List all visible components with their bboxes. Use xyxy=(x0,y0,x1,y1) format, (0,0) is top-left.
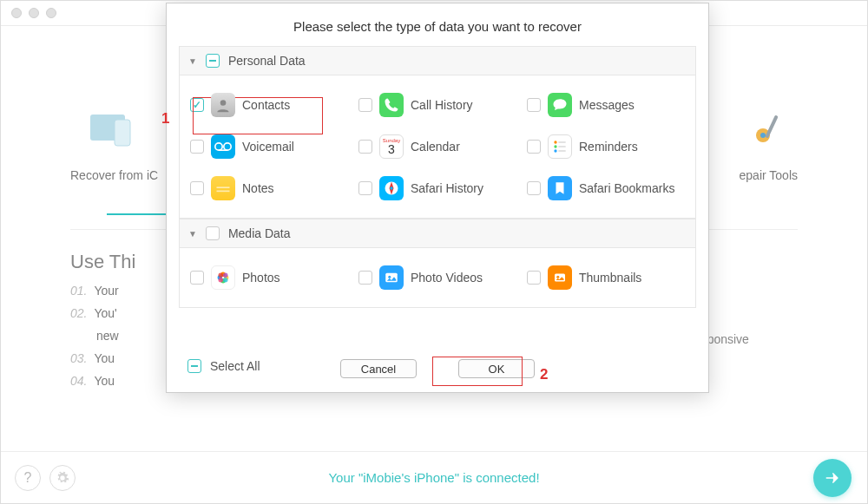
next-button[interactable] xyxy=(813,459,852,497)
section-checkbox[interactable] xyxy=(206,226,220,240)
chevron-down-icon: ▼ xyxy=(188,229,197,239)
select-all-label: Select All xyxy=(210,359,260,373)
thumbnails-icon xyxy=(548,265,572,290)
item-label: Photo Videos xyxy=(411,271,483,285)
checkbox-thumbnails[interactable] xyxy=(527,271,541,285)
item-safari-history[interactable]: Safari History xyxy=(353,167,522,209)
svg-rect-16 xyxy=(217,191,230,193)
maximize-window-icon[interactable] xyxy=(46,8,56,18)
photos-icon xyxy=(211,265,235,290)
annotation-1: 1 xyxy=(161,110,169,128)
svg-point-3 xyxy=(760,133,766,138)
checkbox-call-history[interactable] xyxy=(358,98,372,112)
svg-point-5 xyxy=(220,100,227,106)
item-label: Voicemail xyxy=(242,140,294,154)
item-notes[interactable]: Notes xyxy=(185,167,353,209)
svg-point-18 xyxy=(390,187,392,189)
item-messages[interactable]: Messages xyxy=(522,84,690,126)
voicemail-icon xyxy=(211,134,235,159)
svg-point-6 xyxy=(215,143,222,150)
ok-button[interactable]: OK xyxy=(458,359,535,378)
mode-recover-from-icloud[interactable]: Recover from iC xyxy=(70,102,158,182)
svg-point-11 xyxy=(554,145,556,147)
mode-label: Recover from iC xyxy=(70,168,158,182)
checkbox-reminders[interactable] xyxy=(527,140,541,154)
item-call-history[interactable]: Call History xyxy=(353,84,522,126)
item-thumbnails[interactable]: Thumbnails xyxy=(522,257,690,298)
item-photos[interactable]: Photos xyxy=(185,257,353,298)
section-media-data[interactable]: ▼ Media Data xyxy=(179,219,696,248)
svg-rect-1 xyxy=(115,120,130,146)
svg-point-9 xyxy=(554,141,556,143)
photo-videos-icon xyxy=(379,265,404,290)
item-voicemail[interactable]: Voicemail xyxy=(185,126,353,167)
section-checkbox[interactable] xyxy=(206,54,220,68)
section-title: Personal Data xyxy=(228,54,306,68)
svg-point-24 xyxy=(223,273,228,278)
cancel-button[interactable]: Cancel xyxy=(340,359,417,378)
section-personal-data[interactable]: ▼ Personal Data xyxy=(179,46,696,75)
gear-icon xyxy=(56,471,69,485)
calendar-icon: Sunday3 xyxy=(379,134,404,159)
svg-point-25 xyxy=(223,278,228,283)
checkbox-safari-bookmarks[interactable] xyxy=(527,181,541,195)
devices-icon xyxy=(87,102,142,158)
item-calendar[interactable]: Sunday3 Calendar xyxy=(353,126,522,167)
item-safari-bookmarks[interactable]: Safari Bookmarks xyxy=(522,167,690,209)
contacts-icon xyxy=(211,93,235,117)
repair-tools-icon xyxy=(740,102,796,158)
checkbox-messages[interactable] xyxy=(527,98,541,112)
connection-status: Your "iMobie's iPhone" is connected! xyxy=(328,470,539,485)
item-label: Calendar xyxy=(411,140,460,154)
checkbox-contacts[interactable] xyxy=(190,98,204,112)
notes-icon xyxy=(211,176,235,200)
svg-rect-15 xyxy=(217,187,230,188)
svg-rect-12 xyxy=(558,146,565,147)
svg-point-28 xyxy=(388,276,391,278)
svg-point-26 xyxy=(219,278,224,283)
messages-icon xyxy=(548,93,572,117)
item-contacts[interactable]: Contacts xyxy=(185,84,353,126)
svg-rect-29 xyxy=(555,274,565,282)
data-type-modal: Please select the type of data you want … xyxy=(166,3,709,393)
item-label: Safari Bookmarks xyxy=(579,181,674,195)
reminders-icon xyxy=(548,134,572,159)
checkbox-notes[interactable] xyxy=(190,181,204,195)
svg-rect-4 xyxy=(766,115,779,138)
item-label: Photos xyxy=(242,271,280,285)
window-controls xyxy=(11,8,56,18)
svg-point-7 xyxy=(224,143,231,150)
checkbox-photo-videos[interactable] xyxy=(358,271,372,285)
select-all-checkbox[interactable] xyxy=(187,359,201,373)
modal-footer: Select All Cancel OK xyxy=(167,350,708,392)
phone-icon xyxy=(379,93,404,117)
svg-point-30 xyxy=(556,276,559,278)
svg-point-23 xyxy=(219,273,224,278)
modal-title: Please select the type of data you want … xyxy=(167,3,708,46)
item-label: Thumbnails xyxy=(579,271,641,285)
svg-rect-14 xyxy=(558,150,565,152)
close-window-icon[interactable] xyxy=(11,8,22,18)
item-label: Messages xyxy=(579,98,635,112)
item-label: Call History xyxy=(411,98,473,112)
chevron-down-icon: ▼ xyxy=(188,56,197,66)
mode-label: epair Tools xyxy=(740,168,798,182)
safari-icon xyxy=(379,176,404,200)
item-label: Contacts xyxy=(242,98,290,112)
help-button[interactable]: ? xyxy=(15,465,41,491)
annotation-2: 2 xyxy=(540,366,548,383)
item-photo-videos[interactable]: Photo Videos xyxy=(353,257,522,298)
checkbox-calendar[interactable] xyxy=(358,140,372,154)
settings-button[interactable] xyxy=(49,465,76,491)
item-reminders[interactable]: Reminders xyxy=(522,126,690,167)
section-title: Media Data xyxy=(228,226,291,240)
checkbox-safari-history[interactable] xyxy=(358,181,372,195)
mode-repair-tools[interactable]: epair Tools xyxy=(740,102,798,182)
minimize-window-icon[interactable] xyxy=(29,8,39,18)
checkbox-voicemail[interactable] xyxy=(190,140,204,154)
item-label: Notes xyxy=(242,181,274,195)
svg-rect-10 xyxy=(558,141,565,143)
arrow-right-icon xyxy=(824,469,841,487)
checkbox-photos[interactable] xyxy=(190,271,204,285)
item-label: Safari History xyxy=(411,181,483,195)
